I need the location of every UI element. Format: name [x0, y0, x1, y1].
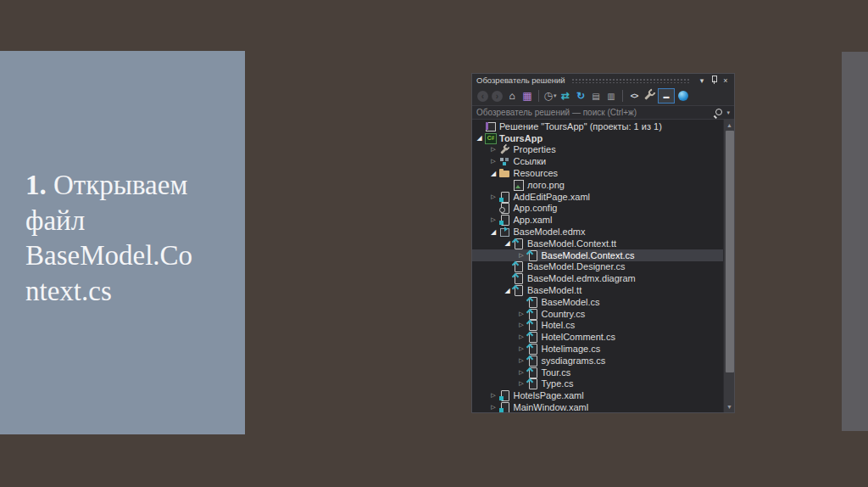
dropdown-caret-icon[interactable]: ▾	[554, 92, 557, 99]
expand-arrow-icon[interactable]: ◢	[488, 170, 499, 177]
expand-arrow-icon[interactable]: ▷	[488, 216, 499, 223]
pending-changes-filter-icon[interactable]: ◷▾	[543, 88, 557, 104]
ttdoc-icon	[527, 367, 538, 378]
toolbar-separator	[538, 90, 539, 102]
tree-item-label: Resources	[514, 168, 559, 178]
vertical-scrollbar[interactable]: ▲ ▼	[723, 120, 734, 412]
expand-arrow-icon[interactable]: ▷	[488, 146, 499, 153]
ttdoc-icon	[527, 320, 538, 330]
expand-arrow-icon[interactable]: ◢	[488, 228, 499, 236]
sync-sphere-icon[interactable]	[676, 88, 690, 104]
preview-selected-items-icon[interactable]: ▬	[658, 88, 675, 104]
tree-item[interactable]: ▷sysdiagrams.cs	[472, 355, 723, 367]
tree-item[interactable]: BaseModel.edmx.diagram	[472, 272, 723, 284]
search-options-caret-icon[interactable]: ▾	[726, 109, 730, 116]
tree-item-label: Tour.cs	[542, 367, 571, 378]
pin-icon[interactable]	[708, 75, 720, 86]
tree-item[interactable]: ▷Hotelimage.cs	[472, 343, 723, 355]
search-placeholder: Обозреватель решений — поиск (Ctrl+ж)	[476, 108, 714, 117]
show-all-files-icon[interactable]: ▥	[604, 88, 618, 104]
tree-item[interactable]: App.config	[472, 203, 723, 215]
expand-arrow-icon[interactable]: ▷	[516, 252, 527, 259]
tree-item[interactable]: лого.png	[472, 179, 723, 191]
ttdoc-icon	[513, 261, 524, 271]
tree-item-label: Type.cs	[542, 378, 574, 389]
step-label: Открываем файл BaseModel.Context.cs	[25, 170, 192, 306]
tree-item[interactable]: ▷Tour.cs	[472, 367, 723, 378]
solution-explorer-window: Обозреватель решений ▾ × ‹›⌂▦◷▾⇄↻▤▥<>▬ О…	[471, 73, 735, 413]
solution-tree-area: Решение "ToursApp" (проекты: 1 из 1)◢Tou…	[472, 120, 734, 412]
tree-item[interactable]: ◢BaseModel.tt	[472, 284, 723, 296]
slide-right-strip	[842, 52, 868, 431]
expand-arrow-icon[interactable]: ◢	[502, 239, 513, 247]
ttdoc-icon	[513, 238, 524, 249]
tree-item-label: BaseModel.Designer.cs	[527, 261, 626, 271]
back-icon[interactable]: ‹	[477, 91, 488, 102]
expand-arrow-icon[interactable]: ▷	[488, 392, 499, 399]
sync-with-active-document-icon[interactable]: ⇄	[559, 88, 572, 104]
tree-item[interactable]: BaseModel.cs	[472, 296, 723, 308]
search-box[interactable]: Обозреватель решений — поиск (Ctrl+ж) ▾	[472, 105, 734, 120]
scroll-down-icon[interactable]: ▼	[724, 401, 734, 412]
tree-item-label: MainWindow.xaml	[514, 402, 589, 412]
window-title: Обозреватель решений	[476, 76, 565, 85]
tree-item-label: HotelComment.cs	[542, 332, 615, 342]
expand-arrow-icon[interactable]: ▷	[488, 193, 499, 200]
solution-tree: Решение "ToursApp" (проекты: 1 из 1)◢Tou…	[472, 120, 723, 412]
forward-icon[interactable]: ›	[492, 91, 503, 102]
tree-item-label: Hotelimage.cs	[542, 344, 601, 354]
close-icon[interactable]: ×	[720, 75, 732, 86]
tree-item-label: Решение "ToursApp" (проекты: 1 из 1)	[499, 121, 662, 132]
image-icon	[513, 180, 524, 190]
tree-item[interactable]: ▷BaseModel.Context.cs	[472, 249, 723, 261]
expand-arrow-icon[interactable]: ▷	[516, 311, 527, 317]
tree-item[interactable]: ▷Ссылки	[472, 155, 723, 167]
tree-item[interactable]: ◢BaseModel.edmx	[472, 226, 723, 238]
ttdoc-icon	[527, 250, 538, 260]
tree-item[interactable]: ▷AddEditPage.xaml	[472, 191, 723, 203]
tree-item[interactable]: ▷App.xaml	[472, 214, 723, 226]
scroll-up-icon[interactable]: ▲	[724, 120, 734, 131]
tree-item-label: sysdiagrams.cs	[542, 355, 606, 366]
tree-item[interactable]: ▷HotelsPage.xaml	[472, 389, 723, 401]
view-code-icon[interactable]: <>	[627, 88, 641, 104]
tree-item[interactable]: Решение "ToursApp" (проекты: 1 из 1)	[472, 120, 723, 132]
slide-step-panel: 1. Открываем файл BaseModel.Context.cs	[0, 51, 245, 434]
window-position-icon[interactable]: ▾	[696, 75, 708, 86]
solution-explorer-titlebar[interactable]: Обозреватель решений ▾ ×	[472, 74, 734, 87]
tree-item[interactable]: ▷Hotel.cs	[472, 320, 723, 332]
tree-item[interactable]: ▷MainWindow.xaml	[472, 401, 723, 412]
ttdoc-icon	[513, 285, 524, 295]
expand-arrow-icon[interactable]: ▷	[516, 357, 527, 364]
tree-item[interactable]: ▷Country.cs	[472, 308, 723, 320]
switch-views-icon[interactable]: ▦	[520, 88, 534, 104]
tree-item-label: BaseModel.edmx.diagram	[527, 273, 636, 283]
tree-item-label: BaseModel.Context.cs	[542, 250, 635, 260]
properties-wrench-icon[interactable]	[643, 88, 656, 104]
expand-arrow-icon[interactable]: ▷	[488, 404, 499, 411]
scrollbar-thumb[interactable]	[726, 131, 734, 372]
ttdoc-icon	[527, 355, 538, 366]
step-instruction: 1. Открываем файл BaseModel.Context.cs	[25, 168, 198, 309]
expand-arrow-icon[interactable]: ▷	[488, 158, 499, 165]
tree-item[interactable]: ◢ToursApp	[472, 132, 723, 144]
solution-explorer-toolbar: ‹›⌂▦◷▾⇄↻▤▥<>▬	[472, 87, 734, 105]
wrench-icon	[499, 144, 510, 154]
ttdoc-icon	[527, 344, 538, 354]
tree-item[interactable]: BaseModel.Designer.cs	[472, 261, 723, 273]
csproj-icon	[485, 133, 496, 143]
refresh-icon[interactable]: ↻	[574, 88, 587, 104]
search-icon[interactable]	[714, 108, 724, 118]
tree-item[interactable]: ▷Properties	[472, 144, 723, 156]
tree-item[interactable]: ▷HotelComment.cs	[472, 331, 723, 343]
xaml-icon	[499, 402, 510, 412]
tree-item-label: App.config	[514, 203, 558, 213]
tree-item[interactable]: ◢BaseModel.Context.tt	[472, 238, 723, 249]
tree-item-label: BaseModel.Context.tt	[527, 238, 616, 249]
expand-arrow-icon[interactable]: ▷	[516, 369, 527, 376]
nest-files-icon[interactable]: ▤	[589, 88, 603, 104]
expand-arrow-icon[interactable]: ◢	[474, 134, 485, 142]
tree-item[interactable]: ◢Resources	[472, 167, 723, 179]
tree-item[interactable]: ▷Type.cs	[472, 378, 723, 390]
home-icon[interactable]: ⌂	[505, 88, 519, 104]
